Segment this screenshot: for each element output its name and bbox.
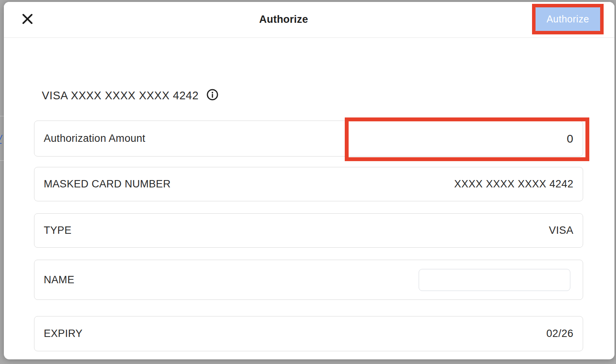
field-label: Authorization Amount	[44, 133, 145, 145]
field-row-authorization-amount: Authorization Amount 0	[34, 121, 583, 156]
name-input[interactable]	[419, 269, 570, 291]
authorization-amount-value[interactable]: 0	[567, 132, 573, 145]
screen: / Authorize Authorize VISA XXXX XXXX XXX…	[0, 0, 616, 364]
background-divider	[0, 160, 4, 161]
card-summary-text: VISA XXXX XXXX XXXX 4242	[42, 89, 198, 102]
authorize-button[interactable]: Authorize	[536, 7, 600, 31]
field-label: EXPIRY	[44, 328, 82, 340]
authorize-modal: Authorize Authorize VISA XXXX XXXX XXXX …	[4, 2, 614, 359]
masked-card-number-value: XXXX XXXX XXXX 4242	[454, 178, 573, 190]
field-label: TYPE	[44, 225, 72, 236]
field-label: MASKED CARD NUMBER	[44, 178, 171, 190]
field-row-type: TYPE VISA	[34, 213, 583, 248]
field-row-name: NAME	[34, 260, 583, 300]
card-summary: VISA XXXX XXXX XXXX 4242	[42, 88, 219, 103]
background-divider	[0, 116, 4, 116]
background-page-link-fragment: /	[0, 133, 2, 145]
modal-header: Authorize Authorize	[4, 2, 614, 38]
field-row-masked-card-number: MASKED CARD NUMBER XXXX XXXX XXXX 4242	[34, 167, 583, 201]
card-type-value: VISA	[549, 225, 573, 236]
expiry-value: 02/26	[546, 328, 573, 340]
modal-title: Authorize	[0, 14, 589, 26]
field-row-expiry: EXPIRY 02/26	[34, 316, 583, 351]
info-icon[interactable]	[206, 88, 219, 102]
authorize-button-highlight-annotation: Authorize	[532, 4, 604, 34]
field-label: NAME	[44, 274, 74, 286]
